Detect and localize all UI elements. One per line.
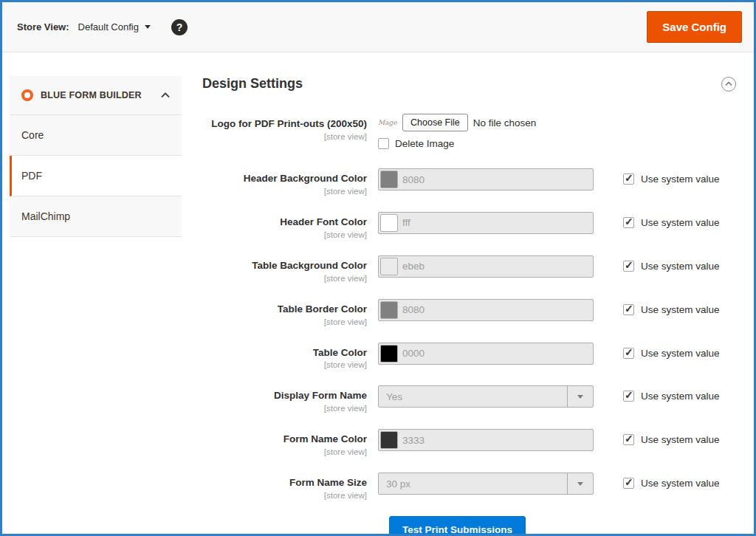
field-scope: [store view] [202,491,367,500]
field-label: Header Font Color [202,216,367,229]
color-swatch[interactable] [380,171,398,188]
field-label: Header Background Color [202,173,367,185]
chevron-down-icon [145,25,151,29]
use-system-value-label: Use system value [641,304,720,315]
field-scope: [store view] [202,187,367,196]
field-scope: [store view] [202,132,367,141]
select-value: Yes [379,386,567,407]
chevron-down-icon [577,395,583,399]
use-system-value-label: Use system value [641,434,720,445]
page-title: Design Settings [202,76,303,92]
store-view-selector[interactable]: Default Config [78,21,151,32]
use-system-value-label: Use system value [641,478,720,489]
field-scope: [store view] [202,274,367,283]
header-font-color-input[interactable] [378,212,594,234]
chevron-up-icon [161,92,170,98]
chevron-down-icon [577,482,583,486]
field-scope: [store view] [202,317,367,326]
delete-image-checkbox[interactable] [378,138,389,149]
table-color-input[interactable] [378,343,594,365]
header-bg-color-input[interactable] [378,168,594,190]
section-header: Design Settings [202,76,736,92]
store-view-label: Store View: [17,21,69,32]
sidebar-section-header[interactable]: BLUE FORM BUILDER [10,76,182,115]
field-scope: [store view] [202,404,367,413]
use-system-value-checkbox[interactable] [623,391,634,402]
delete-image-label: Delete Image [395,138,454,149]
color-swatch[interactable] [380,301,398,319]
field-label: Display Form Name [202,390,367,402]
field-label: Table Color [202,347,367,360]
field-row-form-name-color: Form Name Color [store view] Use system … [202,429,736,456]
test-print-submissions-button[interactable]: Test Print Submissions [389,516,526,536]
field-label: Table Border Color [202,303,367,316]
field-label: Table Background Color [202,260,367,272]
file-status-text: No file chosen [473,117,537,128]
content-area: BLUE FORM BUILDER Core PDF MailChimp Des… [2,52,754,536]
color-swatch[interactable] [380,345,398,363]
select-value: 30 px [379,473,567,494]
use-system-value-label: Use system value [641,391,720,402]
sidebar-item-pdf[interactable]: PDF [10,156,182,196]
color-swatch[interactable] [380,431,398,449]
field-label: Form Name Color [202,433,367,446]
table-border-color-input[interactable] [378,299,594,321]
color-swatch[interactable] [380,214,398,232]
form-name-color-input[interactable] [378,429,594,451]
blue-form-builder-icon [21,89,33,101]
pdf-logo-thumbnail: Magento [378,119,397,126]
select-dropdown-button[interactable] [567,473,593,494]
field-row-table-color: Table Color [store view] Use system valu… [202,343,736,370]
use-system-value-checkbox[interactable] [623,217,634,228]
field-row-table-bg-color: Table Background Color [store view] Use … [202,255,736,283]
use-system-value-checkbox[interactable] [623,478,634,489]
use-system-value-checkbox[interactable] [623,434,634,445]
use-system-value-label: Use system value [641,261,720,272]
use-system-value-checkbox[interactable] [623,348,634,359]
use-system-value-checkbox[interactable] [623,261,634,272]
field-scope: [store view] [202,230,367,239]
field-scope: [store view] [202,360,367,369]
field-row-form-name-size: Form Name Size [store view] 30 px Use sy… [202,473,736,500]
page-header: Store View: Default Config ? Save Config [2,2,754,52]
use-system-value-label: Use system value [641,348,720,359]
sidebar-item-core[interactable]: Core [10,115,182,156]
field-scope: [store view] [202,447,367,456]
sidebar-title: BLUE FORM BUILDER [41,90,154,100]
save-config-button[interactable]: Save Config [647,11,742,43]
select-dropdown-button[interactable] [567,386,593,407]
main-panel: Design Settings Logo for PDF Print-outs … [182,76,745,536]
display-form-name-select[interactable]: Yes [378,385,594,408]
table-bg-color-input[interactable] [378,255,594,278]
sidebar: BLUE FORM BUILDER Core PDF MailChimp [10,76,182,536]
use-system-value-label: Use system value [641,217,720,228]
field-row-header-font-color: Header Font Color [store view] Use syste… [202,212,736,239]
field-label: Form Name Size [202,477,367,489]
field-label: Logo for PDF Print-outs (200x50) [202,118,367,131]
collapse-section-icon[interactable] [721,77,736,92]
use-system-value-label: Use system value [641,173,720,185]
sidebar-item-mailchimp[interactable]: MailChimp [10,196,182,237]
store-view-value: Default Config [78,21,139,32]
use-system-value-checkbox[interactable] [623,173,634,185]
field-row-header-bg-color: Header Background Color [store view] Use… [202,168,736,196]
field-row-table-border-color: Table Border Color [store view] Use syst… [202,299,736,326]
help-icon[interactable]: ? [171,19,188,35]
color-swatch[interactable] [380,258,398,275]
form-name-size-select[interactable]: 30 px [378,473,594,495]
use-system-value-checkbox[interactable] [623,304,634,315]
choose-file-button[interactable]: Choose File [402,114,468,131]
field-row-display-form-name: Display Form Name [store view] Yes Use s… [202,385,736,413]
field-row-logo: Logo for PDF Print-outs (200x50) [store … [202,114,736,149]
config-page: Store View: Default Config ? Save Config… [0,0,756,536]
